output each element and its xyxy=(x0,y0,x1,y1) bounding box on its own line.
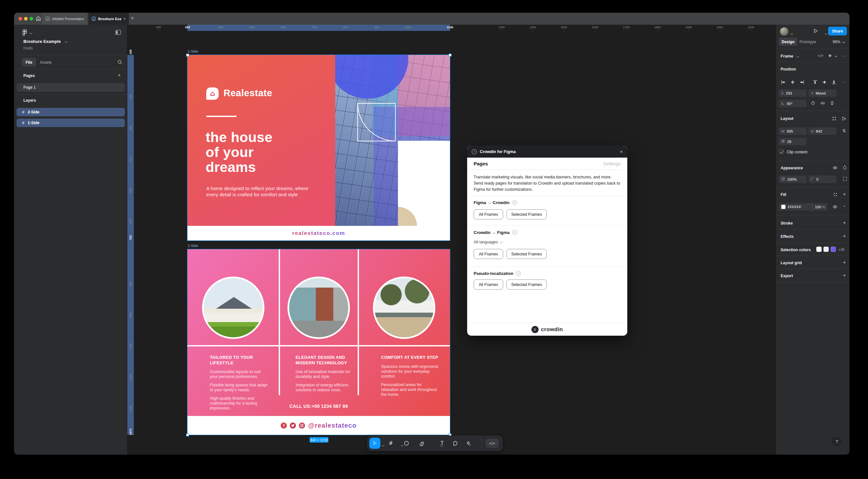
layer-item-1-side[interactable]: # 1-Side xyxy=(17,119,125,127)
canvas[interactable]: 1-Side ⌂ Realestate the house of your dr… xyxy=(134,31,776,455)
tab-broshure-example[interactable]: Broshure Example × xyxy=(88,13,129,25)
rotation-field[interactable]: 90° xyxy=(779,100,807,107)
share-button[interactable]: Share xyxy=(828,27,847,35)
frame-type-label[interactable]: Frame xyxy=(781,54,799,59)
selection-color-swatch-purple[interactable] xyxy=(831,247,836,252)
layer-item-2-side[interactable]: # 2-Side xyxy=(17,108,125,116)
home-icon[interactable] xyxy=(35,16,41,22)
avatar[interactable] xyxy=(780,27,788,36)
fill-hex-value[interactable]: FFFFFF xyxy=(788,205,801,209)
selection-colors-more[interactable]: +36 xyxy=(838,248,845,251)
tab-ewallet-presentation[interactable]: eWallet Presentation xyxy=(42,13,88,25)
sidebar-tab-file[interactable]: File xyxy=(22,58,36,67)
selection-color-swatch-white[interactable] xyxy=(816,247,822,252)
fill-opacity-field[interactable]: 100 % xyxy=(812,203,827,211)
align-bottom-icon[interactable] xyxy=(831,80,836,85)
fill-color-swatch[interactable] xyxy=(781,205,785,209)
selection-handle[interactable] xyxy=(448,54,452,57)
align-top-icon[interactable] xyxy=(812,80,818,85)
frame-2-side[interactable]: TAILORED TO YOUR LIFESTYLE Customizable … xyxy=(187,249,450,435)
tab-design[interactable]: Design xyxy=(779,38,798,46)
resize-to-fit-icon[interactable] xyxy=(832,116,836,121)
auto-layout-add-icon[interactable] xyxy=(842,116,846,121)
fill-visible-eye-icon[interactable] xyxy=(833,204,837,209)
rotate-icon[interactable] xyxy=(810,101,815,106)
eye-icon[interactable] xyxy=(833,166,837,170)
selected-frames-button[interactable]: Selected Frames xyxy=(506,279,547,290)
selection-handle[interactable] xyxy=(186,54,189,57)
pen-tool[interactable] xyxy=(416,438,428,449)
independent-corners-icon[interactable] xyxy=(843,176,847,181)
traffic-light-minimize[interactable] xyxy=(24,17,28,21)
y-position-field[interactable]: Y Mixed xyxy=(809,89,836,97)
zoom-control[interactable]: 96% xyxy=(833,38,845,46)
sidebar-tab-assets[interactable]: Assets xyxy=(40,58,52,67)
more-alignment-icon[interactable]: ··· xyxy=(842,80,846,84)
dialog-title-bar[interactable]: Crowdin for Figma × xyxy=(467,146,627,158)
styles-grid-icon[interactable] xyxy=(833,192,837,197)
component-chevron-icon[interactable] xyxy=(835,55,837,57)
add-export-icon[interactable]: + xyxy=(843,272,846,278)
close-icon[interactable]: × xyxy=(123,17,126,21)
all-frames-button[interactable]: All Frames xyxy=(474,249,503,259)
text-tool[interactable]: T xyxy=(437,438,447,449)
clip-content-checkbox[interactable] xyxy=(779,149,784,154)
dialog-tab-pages[interactable]: Pages xyxy=(474,161,488,167)
toggle-sidebar-icon[interactable] xyxy=(115,30,121,35)
add-fill-icon[interactable]: + xyxy=(843,191,846,197)
add-layout-grid-icon[interactable]: + xyxy=(843,259,846,265)
help-icon[interactable]: ? xyxy=(512,230,517,235)
dev-mode-toggle[interactable]: </> xyxy=(486,439,499,448)
shape-tool[interactable] xyxy=(401,438,412,449)
corner-radius-field[interactable]: 0 xyxy=(809,176,836,183)
selection-color-swatch-light[interactable] xyxy=(824,247,829,252)
x-position-field[interactable]: X 293 xyxy=(779,89,807,97)
avatar-chevron-icon[interactable] xyxy=(790,32,793,35)
page-list-item[interactable]: Page 1 xyxy=(17,83,125,92)
selected-frames-button[interactable]: Selected Frames xyxy=(506,209,547,219)
search-icon[interactable] xyxy=(117,59,122,65)
move-tool[interactable] xyxy=(369,438,380,449)
all-frames-button[interactable]: All Frames xyxy=(474,209,503,219)
flip-horizontal-icon[interactable] xyxy=(820,101,825,106)
actions-ai-tool[interactable] xyxy=(463,438,474,449)
move-tool-chevron-icon[interactable] xyxy=(382,444,384,447)
all-languages-dropdown[interactable]: All languages xyxy=(474,240,502,244)
width-field[interactable]: W 595 xyxy=(779,127,807,135)
frame-tool[interactable]: # xyxy=(385,438,396,449)
traffic-light-zoom[interactable] xyxy=(30,17,33,21)
align-h-center-icon[interactable] xyxy=(790,80,795,85)
remove-fill-icon[interactable]: − xyxy=(843,203,845,209)
align-v-center-icon[interactable] xyxy=(822,80,827,85)
help-icon[interactable]: ? xyxy=(516,271,521,276)
figma-menu-logo-icon[interactable] xyxy=(23,29,27,36)
add-page-button[interactable]: + xyxy=(118,72,121,78)
align-right-icon[interactable] xyxy=(800,80,805,85)
close-icon[interactable]: × xyxy=(620,149,623,154)
dev-code-icon[interactable]: </> xyxy=(818,54,824,58)
help-icon[interactable]: ? xyxy=(512,200,517,205)
present-chevron-icon[interactable] xyxy=(825,32,827,35)
frame-label-1-side[interactable]: 1-Side xyxy=(188,50,198,53)
blend-droplet-icon[interactable] xyxy=(843,165,847,170)
more-options-icon[interactable]: ··· xyxy=(842,54,846,58)
frame-1-side[interactable]: ⌂ Realestate the house of your dreams A … xyxy=(187,55,450,240)
dialog-tab-settings[interactable]: Settings xyxy=(603,161,621,167)
all-frames-button[interactable]: All Frames xyxy=(474,279,503,290)
chevron-down-icon[interactable] xyxy=(30,32,32,34)
traffic-light-close[interactable] xyxy=(19,17,22,21)
opacity-field[interactable]: 100% xyxy=(779,176,807,183)
file-name[interactable]: Broshure Example xyxy=(23,39,67,44)
present-play-icon[interactable] xyxy=(813,28,818,33)
component-icon[interactable]: ❖ xyxy=(828,53,832,58)
frame-label-2-side[interactable]: 2-Side xyxy=(188,244,198,248)
constrain-proportions-icon[interactable]: ⇅ xyxy=(842,128,846,133)
comment-tool[interactable] xyxy=(450,438,461,449)
selected-frames-button[interactable]: Selected Frames xyxy=(506,249,547,259)
selection-handle[interactable] xyxy=(186,433,189,437)
align-left-icon[interactable] xyxy=(781,80,786,85)
tab-prototype[interactable]: Prototype xyxy=(800,38,816,46)
height-field[interactable]: H 842 xyxy=(809,127,836,135)
help-button[interactable]: ? xyxy=(832,437,842,447)
add-stroke-icon[interactable]: + xyxy=(843,220,846,225)
